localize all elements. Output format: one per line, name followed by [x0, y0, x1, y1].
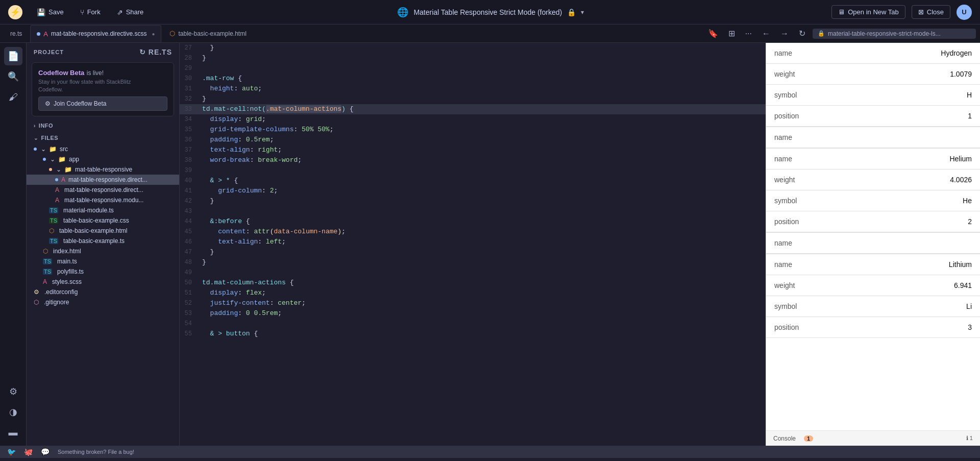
info-section-header[interactable]: › INFO — [27, 119, 179, 132]
code-line-36: 36 padding: 0.5rem; — [180, 135, 766, 145]
dropdown-chevron[interactable]: ▾ — [581, 9, 584, 16]
broken-text: Something broken? File a bug! — [58, 449, 134, 455]
main-ts-label: main.ts — [57, 258, 77, 265]
icon-sidebar: 📄 🔍 🖌 ⚙ ◑ ▬ — [0, 43, 27, 446]
app-expand-icon: ⌄ — [50, 156, 55, 163]
preview-row-h-name: name Hydrogen — [766, 43, 980, 64]
tab-scss[interactable]: A mat-table-responsive.directive.scss ● — [30, 25, 161, 42]
file-item-gitignore[interactable]: ⬡ .gitignore — [27, 297, 179, 307]
status-bar: 🐦 🐙 💬 Something broken? File a bug! — [0, 446, 980, 458]
tab-close-icon[interactable]: ● — [152, 31, 155, 37]
file-item-main-ts[interactable]: TS main.ts — [27, 256, 179, 266]
console-label: Console — [773, 435, 796, 442]
tab-icon: A — [43, 30, 48, 38]
forward-btn[interactable]: → — [777, 28, 792, 39]
avatar[interactable]: U — [957, 5, 972, 20]
top-bar-right: 🖥 Open in New Tab ⊠ Close U — [831, 5, 972, 20]
src-expand-icon: ⌄ — [41, 145, 46, 153]
file-item-app[interactable]: ⌄ 📁 app — [27, 154, 179, 164]
code-line-46: 46 text-align: left; — [180, 237, 766, 247]
file-item-src[interactable]: ⌄ 📁 src — [27, 144, 179, 154]
mat-dot — [49, 168, 52, 171]
fork-button[interactable]: ⑂ Fork — [74, 6, 107, 19]
preview-row-he-name: name Helium — [766, 149, 980, 169]
file-item-module-ts[interactable]: A mat-table-responsive.modu... — [27, 195, 179, 205]
layout-icon-btn[interactable]: ⊞ — [725, 28, 738, 39]
row-value: 1.0079 — [931, 70, 972, 78]
files-sidebar-btn[interactable]: 📄 — [4, 47, 22, 65]
preview-row-he-weight: weight 4.0026 — [766, 169, 980, 190]
gitignore-icon: ⬡ — [34, 299, 39, 306]
code-line-39: 39 — [180, 165, 766, 176]
table-html-label: table-basic-example.html — [59, 227, 127, 234]
share-button[interactable]: ⇗ Share — [111, 6, 150, 19]
row-label: weight — [774, 176, 931, 184]
codeflow-brand-line: Codeflow Beta is live! — [38, 68, 167, 77]
file-item-table-html[interactable]: ⬡ table-basic-example.html — [27, 226, 179, 236]
back-btn[interactable]: ← — [759, 28, 773, 39]
tab-html[interactable]: ⬡ table-basic-example.html — [163, 25, 252, 42]
row-value: H — [931, 91, 972, 99]
join-codeflow-button[interactable]: ⚙ Join Codeflow Beta — [38, 96, 167, 111]
brush-sidebar-btn[interactable]: 🖌 — [4, 88, 22, 106]
share-icon: ⇗ — [117, 8, 123, 16]
settings-sidebar-btn[interactable]: ⚙ — [4, 382, 22, 401]
file-item-styles-scss[interactable]: A styles.scss — [27, 277, 179, 287]
file-item-polyfills[interactable]: TS polyfills.ts — [27, 266, 179, 277]
code-line-54: 54 — [180, 319, 766, 329]
tab-label: re.ts — [10, 30, 22, 37]
folder-icon: 📁 — [49, 145, 57, 153]
refresh-btn[interactable]: ↻ — [796, 28, 808, 39]
save-button[interactable]: 💾 Save — [31, 6, 70, 19]
theme-sidebar-btn[interactable]: ◑ — [4, 403, 22, 421]
address-text: material-table-responsive-strict-mode-ls… — [828, 30, 941, 37]
code-line-30: 30 .mat-row { — [180, 74, 766, 84]
row-label: weight — [774, 70, 931, 78]
project-sync-icon[interactable]: ↻ re.ts — [139, 48, 172, 56]
module-ts-label: mat-table-responsive.modu... — [64, 197, 143, 204]
ts-icon: TS — [49, 207, 58, 213]
tab-re-ts[interactable]: re.ts — [4, 25, 28, 42]
open-in-new-tab-button[interactable]: 🖥 Open in New Tab — [831, 5, 905, 19]
save-icon: 💾 — [37, 8, 45, 16]
close-button[interactable]: ⊠ Close — [912, 5, 950, 19]
preview-table: name Hydrogen weight 1.0079 symbol H pos… — [766, 43, 980, 430]
main-ts-icon: TS — [43, 258, 52, 264]
editor-area: 27 } 28 } 29 30 .mat-row { 31 height: — [180, 43, 766, 446]
tab-bar: re.ts A mat-table-responsive.directive.s… — [0, 25, 980, 43]
file-item-mat-table-folder[interactable]: ⌄ 📁 mat-table-responsive — [27, 164, 179, 175]
file-tree: ⌄ 📁 src ⌄ 📁 app ⌄ 📁 mat-table-responsive — [27, 144, 179, 446]
file-item-index-html[interactable]: ⬡ index.html — [27, 246, 179, 256]
row-label: position — [774, 217, 931, 226]
file-item-table-ts[interactable]: TS table-basic-example.ts — [27, 236, 179, 246]
files-section-header[interactable]: ⌄ FILES — [27, 132, 179, 144]
code-line-45: 45 content: attr(data-column-name); — [180, 227, 766, 237]
settings-icon-btn[interactable]: 🔖 — [705, 28, 721, 39]
file-item-material-module[interactable]: TS material-module.ts — [27, 205, 179, 215]
file-item-editorconfig[interactable]: ⚙ .editorconfig — [27, 287, 179, 297]
file-item-directive-ts[interactable]: A mat-table-responsive.direct... — [27, 185, 179, 195]
mat-expand-icon: ⌄ — [56, 166, 61, 173]
monitor-icon: 🖥 — [838, 8, 845, 16]
gitignore-label: .gitignore — [44, 299, 69, 306]
html-icon: ⬡ — [49, 227, 54, 234]
more-icon-btn[interactable]: ··· — [742, 28, 755, 39]
folder-icon: 📁 — [58, 156, 66, 163]
row-label: name — [774, 49, 931, 57]
directive-ts-icon: A — [55, 186, 59, 193]
tab-html-icon: ⬡ — [169, 30, 175, 37]
file-item-scss[interactable]: A mat-table-responsive.direct... — [27, 175, 179, 185]
file-panel: PROJECT ↻ re.ts Codeflow Beta is live! S… — [27, 43, 180, 446]
file-item-table-css[interactable]: TS table-basic-example.css — [27, 215, 179, 226]
row-value: 2 — [931, 217, 972, 226]
row-label: weight — [774, 281, 931, 289]
twitter-icon: 🐦 — [7, 448, 16, 456]
code-line-49: 49 — [180, 268, 766, 278]
main-layout: 📄 🔍 🖌 ⚙ ◑ ▬ PROJECT ↻ re.ts Codeflow Bet… — [0, 43, 980, 446]
row-value: Hydrogen — [931, 49, 972, 57]
search-sidebar-btn[interactable]: 🔍 — [4, 67, 22, 86]
address-bar: 🔒 material-table-responsive-strict-mode-… — [813, 29, 976, 39]
row-value: Helium — [931, 155, 972, 163]
code-editor[interactable]: 27 } 28 } 29 30 .mat-row { 31 height: — [180, 43, 766, 446]
panel-sidebar-btn[interactable]: ▬ — [4, 423, 22, 442]
